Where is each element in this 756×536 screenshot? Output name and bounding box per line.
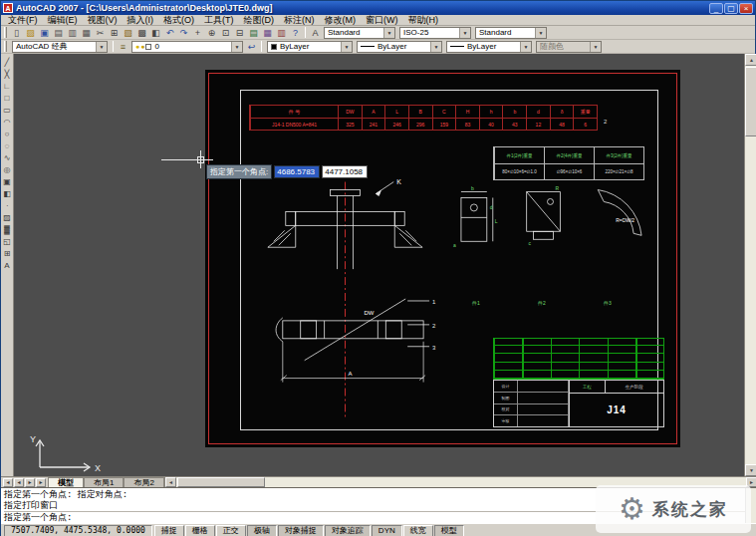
- match-properties-icon[interactable]: ▩: [135, 26, 148, 39]
- lwt-button[interactable]: 线宽: [403, 525, 433, 536]
- region-icon[interactable]: ◱: [1, 235, 13, 247]
- menu-item[interactable]: 窗口(W): [361, 14, 403, 27]
- tab-next-button[interactable]: ►: [25, 478, 35, 487]
- snap-button[interactable]: 捕捉: [154, 525, 184, 536]
- tab-layout1[interactable]: 布局1: [84, 477, 124, 487]
- ortho-button[interactable]: 正交: [216, 525, 246, 536]
- toolbar-grip[interactable]: [4, 41, 7, 52]
- text-style-combo[interactable]: Standard: [324, 27, 395, 39]
- tool-palettes-icon[interactable]: ▥: [275, 26, 288, 39]
- menu-item[interactable]: 格式(O): [158, 14, 199, 27]
- revision-cloud-icon[interactable]: ◌: [1, 139, 13, 151]
- dynamic-input-x-field[interactable]: 4686.5783: [274, 165, 320, 178]
- qnew-icon[interactable]: ▯: [10, 26, 23, 39]
- polar-button[interactable]: 极轴: [247, 525, 277, 536]
- chevron-down-icon[interactable]: [535, 28, 546, 38]
- vertical-scrollbar[interactable]: [744, 54, 756, 476]
- menu-item[interactable]: 绘图(D): [239, 14, 280, 27]
- make-block-icon[interactable]: ◧: [1, 187, 13, 199]
- chevron-down-icon[interactable]: [459, 28, 470, 38]
- tab-prev-button[interactable]: ◄: [14, 478, 24, 487]
- zoom-realtime-icon[interactable]: ⊕: [205, 26, 218, 39]
- scroll-down-icon[interactable]: [745, 464, 756, 476]
- chevron-down-icon[interactable]: [520, 42, 531, 52]
- menu-item[interactable]: 标注(N): [279, 14, 320, 27]
- tab-last-button[interactable]: ►: [36, 478, 46, 487]
- chevron-down-icon[interactable]: [383, 28, 394, 38]
- pan-icon[interactable]: +: [191, 26, 204, 39]
- vertical-scroll-thumb[interactable]: [745, 67, 756, 136]
- gradient-icon[interactable]: ▓: [1, 223, 13, 235]
- publish-icon[interactable]: ▦: [80, 26, 93, 39]
- layer-combo[interactable]: ● ● 0: [131, 41, 243, 53]
- spline-icon[interactable]: ∿: [1, 151, 13, 163]
- copy-icon[interactable]: ⊞: [108, 26, 121, 39]
- minimize-button[interactable]: _: [709, 3, 723, 14]
- linetype-combo[interactable]: ByLayer: [357, 41, 442, 53]
- dim-style-combo[interactable]: ISO-25: [399, 27, 471, 39]
- open-icon[interactable]: ▨: [24, 26, 37, 39]
- block-editor-icon[interactable]: ◧: [149, 26, 162, 39]
- layer-previous-icon[interactable]: ↩: [245, 40, 258, 53]
- tab-layout2[interactable]: 布局2: [124, 477, 163, 487]
- arc-icon[interactable]: ◠: [1, 116, 13, 128]
- table-style-combo[interactable]: Standard: [475, 27, 547, 39]
- menu-item[interactable]: 工具(T): [199, 14, 239, 27]
- toolbar-grip[interactable]: [4, 27, 7, 38]
- tab-model[interactable]: 模型: [48, 477, 84, 487]
- model-button[interactable]: 模型: [434, 525, 464, 536]
- osnap-button[interactable]: 对象捕捉: [278, 525, 324, 536]
- scroll-up-icon[interactable]: [745, 54, 756, 66]
- chevron-down-icon[interactable]: [430, 42, 441, 52]
- properties-icon[interactable]: ▤: [247, 26, 260, 39]
- otrack-button[interactable]: 对象追踪: [325, 525, 371, 536]
- table-icon[interactable]: ⊞: [1, 247, 13, 259]
- menu-item[interactable]: 帮助(H): [403, 14, 444, 27]
- workspace-combo[interactable]: AutoCAD 经典: [12, 41, 108, 53]
- menu-item[interactable]: 修改(M): [320, 14, 362, 27]
- mtext-icon[interactable]: A: [1, 259, 13, 271]
- coordinates-readout[interactable]: 7507.7409, 4475.5348, 0.0000: [4, 525, 152, 536]
- paste-icon[interactable]: ▧: [122, 26, 134, 39]
- tab-first-button[interactable]: ◄: [3, 478, 13, 487]
- menu-item[interactable]: 文件(F): [3, 14, 43, 27]
- insert-block-icon[interactable]: ▣: [1, 175, 13, 187]
- construction-line-icon[interactable]: ╳: [1, 68, 13, 80]
- lineweight-combo[interactable]: ByLayer: [446, 41, 532, 53]
- drawing-canvas[interactable]: K b d L a: [14, 54, 744, 476]
- text-style-icon[interactable]: A: [309, 26, 322, 39]
- grid-button[interactable]: 栅格: [185, 525, 215, 536]
- plot-style-combo[interactable]: 随颜色: [536, 41, 602, 53]
- chevron-down-icon[interactable]: [96, 42, 107, 52]
- horizontal-scroll-thumb[interactable]: [177, 477, 265, 487]
- hatch-icon[interactable]: ▨: [1, 211, 13, 223]
- close-button[interactable]: ×: [739, 3, 753, 14]
- polygon-icon[interactable]: □: [1, 92, 13, 104]
- ellipse-icon[interactable]: ◎: [1, 163, 13, 175]
- rectangle-icon[interactable]: ▭: [1, 104, 13, 116]
- dyn-button[interactable]: DYN: [372, 525, 402, 536]
- restore-button[interactable]: ▢: [724, 3, 738, 14]
- plot-icon[interactable]: ▤: [52, 26, 65, 39]
- zoom-previous-icon[interactable]: ⊟: [233, 26, 246, 39]
- zoom-window-icon[interactable]: ⊡: [219, 26, 232, 39]
- layer-properties-icon[interactable]: ≡: [117, 40, 129, 53]
- chevron-down-icon[interactable]: [590, 42, 601, 52]
- menu-item[interactable]: 视图(V): [83, 14, 123, 27]
- designcenter-icon[interactable]: ▦: [261, 26, 274, 39]
- plot-preview-icon[interactable]: ▥: [66, 26, 79, 39]
- save-icon[interactable]: ▣: [38, 26, 51, 39]
- cut-icon[interactable]: ✂: [94, 26, 107, 39]
- dynamic-input-y-field[interactable]: 4477.1058: [322, 165, 368, 178]
- help-icon[interactable]: ?: [289, 26, 302, 39]
- menu-item[interactable]: 插入(I): [123, 14, 159, 27]
- redo-icon[interactable]: ↷: [177, 26, 190, 39]
- circle-icon[interactable]: ○: [1, 128, 13, 139]
- color-combo[interactable]: ByLayer: [267, 41, 353, 53]
- chevron-down-icon[interactable]: [341, 42, 352, 52]
- point-icon[interactable]: ∙: [1, 199, 13, 211]
- polyline-icon[interactable]: ∟: [1, 80, 13, 92]
- chevron-down-icon[interactable]: [231, 42, 242, 52]
- scroll-left-icon[interactable]: [165, 477, 176, 487]
- line-icon[interactable]: ╱: [1, 56, 13, 68]
